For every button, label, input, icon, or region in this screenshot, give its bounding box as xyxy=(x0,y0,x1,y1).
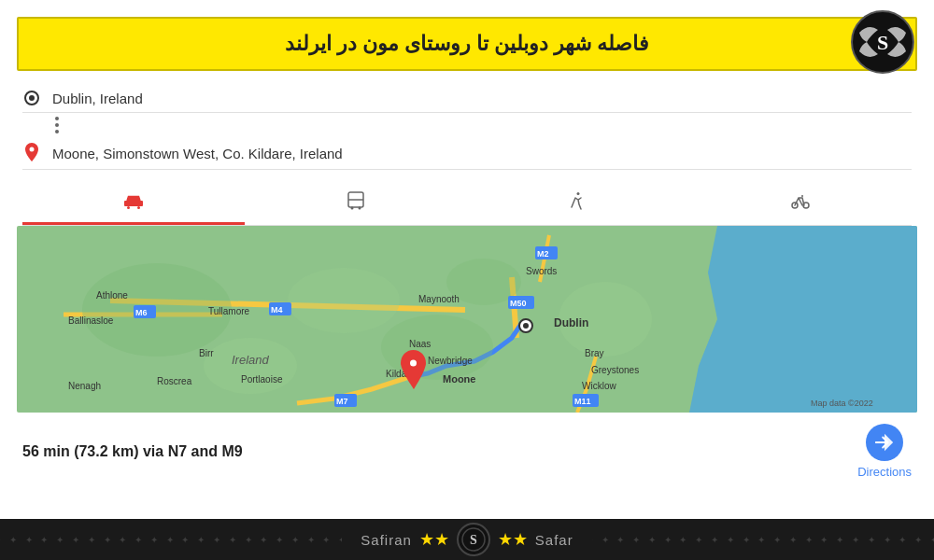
footer-stars2: ★★ xyxy=(498,529,528,550)
logo: S xyxy=(850,9,915,75)
header-title: فاصله شهر دوبلین تا روستای مون در ایرلند xyxy=(285,32,650,55)
footer-brand: Safiran xyxy=(361,532,412,548)
footer-logo: S xyxy=(457,523,490,556)
origin-icon xyxy=(22,90,41,106)
svg-text:M50: M50 xyxy=(510,299,527,308)
svg-text:S: S xyxy=(470,533,477,547)
svg-text:Moone: Moone xyxy=(443,373,475,385)
footer-pattern-text-right: ✦ ✦ ✦ ✦ ✦ ✦ ✦ ✦ ✦ ✦ ✦ ✦ ✦ ✦ ✦ ✦ ✦ ✦ ✦ ✦ … xyxy=(592,535,934,545)
footer-pattern-right: ✦ ✦ ✦ ✦ ✦ ✦ ✦ ✦ ✦ ✦ ✦ ✦ ✦ ✦ ✦ ✦ ✦ ✦ ✦ ✦ … xyxy=(592,519,934,560)
svg-text:Ballinasloe: Ballinasloe xyxy=(68,315,114,326)
directions-label: Directions xyxy=(857,465,912,479)
footer-pattern-left: ✦ ✦ ✦ ✦ ✦ ✦ ✦ ✦ ✦ ✦ ✦ ✦ ✦ ✦ ✦ ✦ ✦ ✦ ✦ ✦ … xyxy=(0,519,342,560)
transport-tabs xyxy=(22,181,912,226)
svg-text:Birr: Birr xyxy=(199,348,214,358)
svg-point-7 xyxy=(137,206,140,209)
svg-text:M7: M7 xyxy=(336,397,348,406)
svg-point-17 xyxy=(801,195,803,197)
svg-text:Bray: Bray xyxy=(585,348,604,358)
svg-text:Greystones: Greystones xyxy=(591,365,639,375)
origin-row: Dublin, Ireland xyxy=(22,84,912,113)
directions-icon xyxy=(866,424,903,461)
map-container[interactable]: Athlone Ballinasloe Tullamore Birr Portl… xyxy=(17,226,917,413)
svg-text:M6: M6 xyxy=(135,308,148,317)
directions-button[interactable]: Directions xyxy=(857,424,912,479)
svg-point-58 xyxy=(410,360,417,367)
destination-text: Moone, Simonstown West, Co. Kildare, Ire… xyxy=(52,146,912,161)
svg-text:Roscrea: Roscrea xyxy=(157,376,192,386)
footer: ✦ ✦ ✦ ✦ ✦ ✦ ✦ ✦ ✦ ✦ ✦ ✦ ✦ ✦ ✦ ✦ ✦ ✦ ✦ ✦ … xyxy=(0,519,934,560)
svg-text:Swords: Swords xyxy=(526,266,557,276)
footer-brand2: Safar xyxy=(535,532,573,548)
tab-walk[interactable] xyxy=(467,181,689,225)
svg-text:Map data ©2022: Map data ©2022 xyxy=(811,399,873,408)
tab-car[interactable] xyxy=(22,181,245,225)
destination-icon xyxy=(22,143,41,163)
svg-text:M4: M4 xyxy=(271,305,283,315)
route-inputs: Dublin, Ireland Moone, Simonstown West, … xyxy=(0,71,934,175)
route-connector xyxy=(48,115,66,135)
tab-bike[interactable] xyxy=(689,181,912,225)
svg-point-4 xyxy=(30,147,35,152)
svg-text:Dublin: Dublin xyxy=(554,316,588,329)
svg-text:Naas: Naas xyxy=(409,339,431,349)
svg-text:Athlone: Athlone xyxy=(96,290,128,301)
bottom-info: 56 min (73.2 km) via N7 and M9 Direction… xyxy=(0,413,934,490)
svg-text:M2: M2 xyxy=(537,249,549,259)
svg-rect-5 xyxy=(124,201,143,206)
svg-point-3 xyxy=(29,95,35,101)
footer-stars: ★★ xyxy=(419,529,449,550)
svg-text:Tullamore: Tullamore xyxy=(208,306,250,316)
svg-point-6 xyxy=(127,206,130,209)
svg-point-57 xyxy=(523,323,529,329)
footer-pattern-text-left: ✦ ✦ ✦ ✦ ✦ ✦ ✦ ✦ ✦ ✦ ✦ ✦ ✦ ✦ ✦ ✦ ✦ ✦ ✦ ✦ … xyxy=(0,535,342,545)
svg-text:Newbridge: Newbridge xyxy=(428,356,473,366)
footer-center: Safiran ★★ S ★★ Safar xyxy=(342,523,591,556)
destination-row: Moone, Simonstown West, Co. Kildare, Ire… xyxy=(22,137,912,170)
svg-text:Ireland: Ireland xyxy=(232,353,270,367)
svg-text:Nenagh: Nenagh xyxy=(68,381,101,391)
origin-text: Dublin, Ireland xyxy=(52,91,912,106)
route-summary: 56 min (73.2 km) via N7 and M9 xyxy=(22,443,243,460)
tab-transit[interactable] xyxy=(245,181,467,225)
svg-text:Maynooth: Maynooth xyxy=(418,294,460,304)
svg-text:Portlaoise: Portlaoise xyxy=(241,374,283,385)
header-banner: فاصله شهر دوبلین تا روستای مون در ایرلند xyxy=(17,17,917,71)
svg-point-21 xyxy=(288,268,400,333)
svg-marker-19 xyxy=(689,226,917,413)
svg-text:S: S xyxy=(877,31,888,54)
svg-text:Wicklow: Wicklow xyxy=(582,381,616,391)
svg-point-14 xyxy=(577,192,580,195)
svg-text:M11: M11 xyxy=(574,397,591,406)
